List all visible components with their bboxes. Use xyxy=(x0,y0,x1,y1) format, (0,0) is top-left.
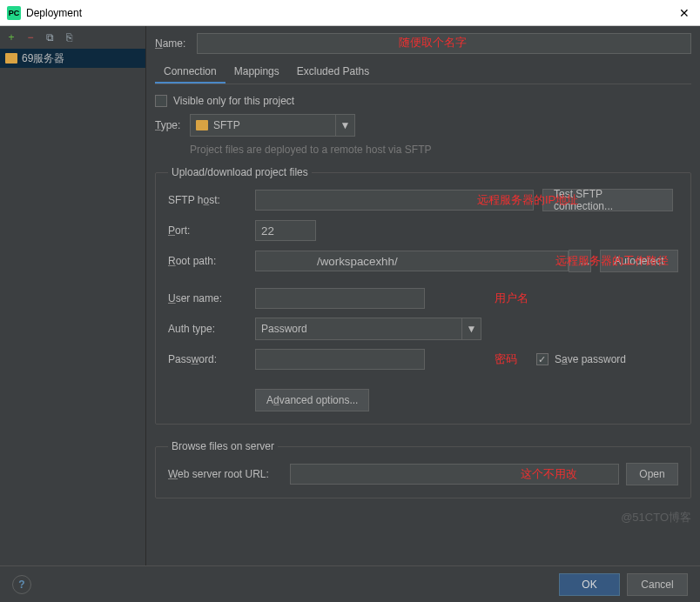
password-field[interactable] xyxy=(255,349,425,370)
annotation-pass: 密码 xyxy=(495,351,517,367)
close-icon[interactable]: ✕ xyxy=(676,6,693,20)
sidebar: + − ⧉ ⎘ 69服务器 xyxy=(0,26,146,565)
type-label: Type: xyxy=(155,119,190,131)
sftp-icon xyxy=(196,120,208,130)
pass-label: Password: xyxy=(168,353,255,365)
visible-checkbox[interactable] xyxy=(155,95,167,107)
help-icon[interactable]: ? xyxy=(12,575,31,594)
tab-mappings[interactable]: Mappings xyxy=(225,61,288,84)
type-hint: Project files are deployed to a remote h… xyxy=(190,144,691,156)
visible-label: Visible only for this project xyxy=(173,95,294,107)
auth-value: Password xyxy=(261,323,307,335)
app-icon: PC xyxy=(7,6,21,20)
name-label: Name: xyxy=(155,37,197,50)
chevron-down-icon: ▼ xyxy=(461,318,481,339)
footer: ? OK Cancel xyxy=(0,565,700,602)
user-label: User name: xyxy=(168,292,255,304)
port-field[interactable] xyxy=(255,220,316,241)
tab-excluded[interactable]: Excluded Paths xyxy=(288,61,378,84)
browse-root-button[interactable]: … xyxy=(569,250,591,272)
add-icon[interactable]: + xyxy=(5,31,17,43)
root-label: Root path: xyxy=(168,255,255,267)
titlebar: PC Deployment ✕ xyxy=(0,0,700,26)
fieldset-browse: Browse files on server Web server root U… xyxy=(155,440,691,498)
auth-select[interactable]: Password ▼ xyxy=(255,318,481,340)
save-password-checkbox[interactable] xyxy=(536,353,549,365)
autodetect-button[interactable]: Autodetect xyxy=(600,250,678,272)
cancel-button[interactable]: Cancel xyxy=(627,573,688,596)
remove-icon[interactable]: − xyxy=(24,31,37,43)
sidebar-item-server[interactable]: 69服务器 xyxy=(0,49,145,68)
fieldset-upload-legend: Upload/download project files xyxy=(168,166,312,178)
annotation-user: 用户名 xyxy=(495,291,528,306)
url-label: Web server root URL: xyxy=(168,468,290,480)
main-panel: Name: 随便取个名字 Connection Mappings Exclude… xyxy=(146,26,700,565)
sftp-icon xyxy=(5,53,17,64)
watermark: @51CTO博客 xyxy=(621,510,691,525)
user-field[interactable] xyxy=(255,288,425,309)
open-button[interactable]: Open xyxy=(626,463,678,485)
tab-connection[interactable]: Connection xyxy=(155,61,225,84)
test-connection-button[interactable]: Test SFTP connection... xyxy=(542,189,673,211)
fieldset-upload: Upload/download project files SFTP host:… xyxy=(155,166,691,425)
paste-icon[interactable]: ⎘ xyxy=(63,31,75,43)
save-password-label: Save password xyxy=(555,353,626,365)
root-field[interactable] xyxy=(255,251,569,271)
window-title: Deployment xyxy=(26,7,676,19)
sidebar-item-label: 69服务器 xyxy=(22,51,64,66)
fieldset-browse-legend: Browse files on server xyxy=(168,440,278,452)
copy-icon[interactable]: ⧉ xyxy=(44,31,56,43)
host-label: SFTP host: xyxy=(168,194,255,206)
port-label: Port: xyxy=(168,224,255,237)
chevron-down-icon: ▼ xyxy=(335,115,354,136)
url-field[interactable] xyxy=(290,464,619,485)
auth-label: Auth type: xyxy=(168,323,255,335)
advanced-options-button[interactable]: Advanced options... xyxy=(255,389,369,411)
tabs: Connection Mappings Excluded Paths xyxy=(155,61,691,84)
ok-button[interactable]: OK xyxy=(559,573,620,596)
type-value: SFTP xyxy=(213,119,240,131)
sidebar-toolbar: + − ⧉ ⎘ xyxy=(0,26,145,49)
host-field[interactable] xyxy=(255,190,534,211)
type-select[interactable]: SFTP ▼ xyxy=(190,114,355,137)
name-field[interactable] xyxy=(197,33,691,54)
